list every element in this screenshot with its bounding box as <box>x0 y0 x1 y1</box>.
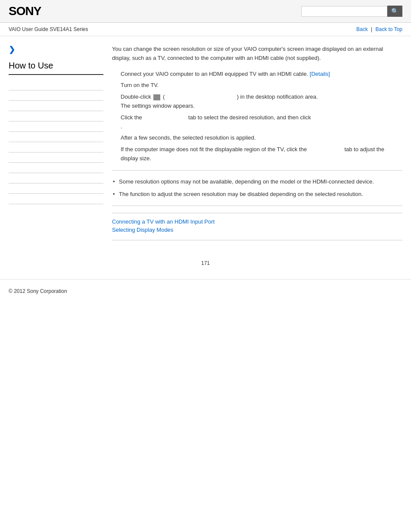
step-5: After a few seconds, the selected resolu… <box>121 134 402 143</box>
sidebar-item[interactable] <box>9 80 103 90</box>
step-1: Connect your VAIO computer to an HDMI eq… <box>121 70 402 79</box>
step-2-text: Turn on the TV. <box>121 82 159 88</box>
sony-logo: SONY <box>9 4 41 18</box>
sidebar-title: How to Use <box>9 61 103 75</box>
sidebar-item[interactable] <box>9 132 103 142</box>
step-4-text: Click the <box>121 114 143 121</box>
related-link-2[interactable]: Selecting Display Modes <box>112 227 402 233</box>
note-1: Some resolution options may not be avail… <box>112 177 402 187</box>
step-3-text-area: ) in the desktop notification area. <box>237 93 318 100</box>
step-4: Click the tab to select the desired reso… <box>121 113 402 131</box>
footer: © 2012 Sony Corporation <box>0 279 411 303</box>
search-icon: 🔍 <box>391 8 399 15</box>
sidebar-item[interactable] <box>9 173 103 184</box>
nav-links: Back | Back to Top <box>356 26 402 32</box>
step-2: Turn on the TV. <box>121 81 402 90</box>
section-divider <box>112 170 402 171</box>
step-3-text: Double-click <box>121 93 153 100</box>
step-6: If the computer image does not fit the d… <box>121 145 402 163</box>
note-2: The function to adjust the screen resolu… <box>112 190 402 199</box>
sidebar-item[interactable] <box>9 184 103 194</box>
step-6-text: If the computer image does not fit the d… <box>121 146 307 152</box>
notification-icon <box>153 94 160 100</box>
sidebar-item[interactable] <box>9 101 103 111</box>
section-divider-2 <box>112 205 402 206</box>
section-divider-3 <box>112 240 402 240</box>
search-input[interactable] <box>301 6 387 17</box>
back-to-top-link[interactable]: Back to Top <box>376 26 402 32</box>
content-area: You can change the screen resolution or … <box>112 45 402 247</box>
search-container: 🔍 <box>301 6 402 17</box>
step-3-text-after: ( <box>163 93 165 100</box>
step-4-text-mid: tab to select the desired resolution, an… <box>188 114 311 121</box>
breadcrumb: VAIO User Guide SVE14A1 Series <box>9 26 88 32</box>
step-1-text: Connect your VAIO computer to an HDMI eq… <box>121 71 310 77</box>
step-5-text: After a few seconds, the selected resolu… <box>121 134 256 141</box>
related-links: Connecting a TV with an HDMI Input Port … <box>112 213 402 233</box>
step-4-text-end: . <box>121 123 122 130</box>
subheader: VAIO User Guide SVE14A1 Series Back | Ba… <box>0 23 411 36</box>
sidebar-item[interactable] <box>9 142 103 152</box>
main-layout: ❯ How to Use You can change the screen r… <box>0 36 411 256</box>
nav-separator: | <box>371 26 372 32</box>
sidebar-item[interactable] <box>9 163 103 173</box>
search-button[interactable]: 🔍 <box>387 6 402 17</box>
sidebar-item[interactable] <box>9 121 103 132</box>
steps-container: Connect your VAIO computer to an HDMI eq… <box>112 70 402 163</box>
page-number: 171 <box>0 256 411 271</box>
sidebar-item[interactable] <box>9 152 103 163</box>
intro-paragraph: You can change the screen resolution or … <box>112 45 402 63</box>
step-3-settings: The settings window appears. <box>121 103 195 109</box>
related-link-1[interactable]: Connecting a TV with an HDMI Input Port <box>112 218 402 225</box>
copyright-text: © 2012 Sony Corporation <box>9 288 67 294</box>
sidebar-item[interactable] <box>9 194 103 204</box>
step-3: Double-click ( ) in the desktop notifica… <box>121 93 402 111</box>
sidebar-item[interactable] <box>9 111 103 121</box>
notes-container: Some resolution options may not be avail… <box>112 177 402 199</box>
sidebar-item[interactable] <box>9 90 103 101</box>
back-link[interactable]: Back <box>356 26 368 32</box>
sidebar: ❯ How to Use <box>9 45 103 247</box>
details-link[interactable]: [Details] <box>310 71 330 77</box>
header: SONY 🔍 <box>0 0 411 23</box>
chevron-icon: ❯ <box>9 45 103 54</box>
